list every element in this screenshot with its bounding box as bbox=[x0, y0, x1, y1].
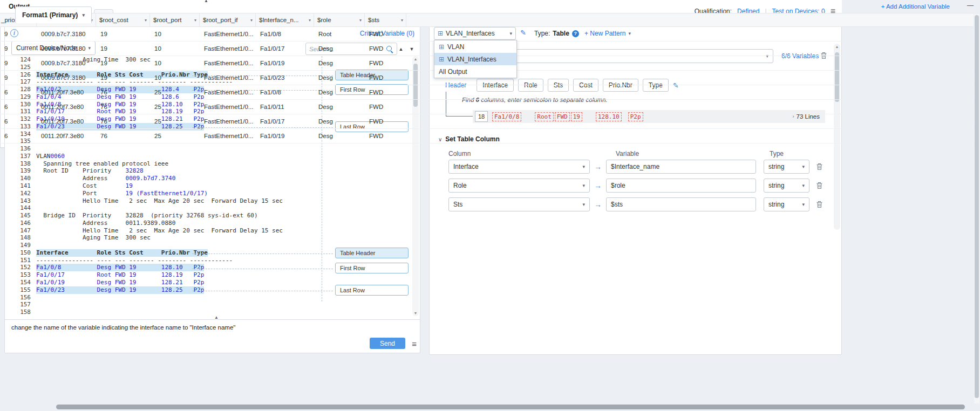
output-cell: FWD bbox=[365, 100, 406, 114]
output-column-header[interactable]: $Interface_n...▾ bbox=[256, 13, 314, 26]
output-cell: Desg bbox=[314, 114, 365, 128]
output-cell: Fa1/0/19 bbox=[256, 129, 314, 143]
output-cell: 0011.20f7.3e80 bbox=[37, 100, 96, 114]
output-cell: 19 bbox=[96, 71, 150, 85]
output-cell: FastEthernet1/0... bbox=[200, 56, 256, 70]
output-cell: FWD bbox=[365, 114, 406, 128]
output-cell: FWD bbox=[365, 42, 406, 56]
output-cell: 0011.20f7.3e80 bbox=[37, 114, 96, 128]
output-cell: Fa1/0/17 bbox=[256, 42, 314, 56]
output-cell: 76 bbox=[96, 129, 150, 143]
output-cell: Root bbox=[314, 27, 365, 41]
chevron-down-icon: ▾ bbox=[82, 12, 85, 18]
output-cell: Desg bbox=[314, 100, 365, 114]
output-cell: 25 bbox=[150, 129, 200, 143]
output-cell: Fa1/0/23 bbox=[256, 71, 314, 85]
output-cell: Desg bbox=[314, 42, 365, 56]
menu-item-vlan[interactable]: ⊞VLAN bbox=[434, 40, 516, 53]
output-cell: Fa1/0/11 bbox=[256, 100, 314, 114]
output-cell: 76 bbox=[96, 85, 150, 99]
output-cell: Desg bbox=[314, 129, 365, 143]
output-cell: 25 bbox=[150, 114, 200, 128]
output-cell: 0009.b7c7.3180 bbox=[37, 27, 96, 41]
tab-format1[interactable]: Format1 (Primary) ▾ bbox=[15, 6, 92, 23]
output-cell: 19 bbox=[96, 42, 150, 56]
output-rows: 90009.b7c7.31801910FastEthernet1/0...Fa1… bbox=[0, 27, 974, 411]
output-column-header[interactable]: $root_cost▾ bbox=[96, 13, 150, 26]
output-cell: 19 bbox=[96, 27, 150, 41]
output-cell: 19 bbox=[96, 56, 150, 70]
minimize-output-icon[interactable]: — bbox=[967, 2, 974, 9]
output-column-header[interactable]: $role▾ bbox=[314, 13, 365, 26]
output-cell: 9 bbox=[0, 56, 37, 70]
table-icon: ⊞ bbox=[439, 56, 444, 63]
output-cell: 0009.b7c7.3180 bbox=[37, 56, 96, 70]
output-row: 60011.20f7.3e807625FastEthernet1/0...Fa1… bbox=[0, 129, 974, 143]
output-cell: Desg bbox=[314, 85, 365, 99]
table-icon: ⊞ bbox=[439, 43, 444, 51]
menu-item-vlan_interfaces[interactable]: ⊞VLAN_Interfaces bbox=[434, 53, 516, 65]
output-cell: FWD bbox=[365, 129, 406, 143]
output-column-header[interactable]: $root_port_if▾ bbox=[200, 13, 256, 26]
output-cell: FastEthernet1/0... bbox=[200, 100, 256, 114]
output-cell: FWD bbox=[365, 71, 406, 85]
output-cell: FWD bbox=[365, 27, 406, 41]
output-cell: 9 bbox=[0, 27, 37, 41]
output-cell: FastEthernet1/0... bbox=[200, 42, 256, 56]
output-cell: 25 bbox=[150, 85, 200, 99]
menu-item-all-output[interactable]: All Output bbox=[434, 65, 516, 78]
output-column-header[interactable]: $root_port▾ bbox=[150, 13, 200, 26]
output-cell: FWD bbox=[365, 56, 406, 70]
output-row: 60011.20f7.3e807625FastEthernet1/0...Fa1… bbox=[0, 114, 974, 129]
output-cell: Fa1/0/8 bbox=[256, 27, 314, 41]
output-cell: FastEthernet1/0... bbox=[200, 71, 256, 85]
chevron-down-icon: ▾ bbox=[307, 18, 311, 23]
chevron-down-icon: ▾ bbox=[399, 18, 403, 23]
output-hscrollbar bbox=[2, 405, 969, 410]
output-cell: 10 bbox=[150, 71, 200, 85]
output-cell: Fa1/0/17 bbox=[256, 114, 314, 128]
output-cell: 76 bbox=[96, 100, 150, 114]
output-cell: 0009.b7c7.3180 bbox=[37, 42, 96, 56]
vscrollbar-thumb[interactable] bbox=[975, 15, 979, 398]
output-cell: FastEthernet1/0... bbox=[200, 27, 256, 41]
output-cell: 25 bbox=[150, 100, 200, 114]
output-cell: Desg bbox=[314, 56, 365, 70]
chevron-down-icon: ▾ bbox=[358, 18, 362, 23]
pattern-menu: ⊞VLAN⊞VLAN_InterfacesAll Output bbox=[434, 40, 517, 78]
output-cell: 0011.20f7.3e80 bbox=[37, 85, 96, 99]
output-cell: Fa1/0/8 bbox=[256, 85, 314, 99]
output-cell: FastEthernet1/0... bbox=[200, 114, 256, 128]
output-cell: Desg bbox=[314, 71, 365, 85]
output-cell: 10 bbox=[150, 56, 200, 70]
output-header-row: _priority▾$root_address▾$root_cost▾$root… bbox=[0, 13, 974, 27]
output-column-header[interactable]: $sts▾ bbox=[365, 13, 406, 26]
hscrollbar-thumb[interactable] bbox=[56, 405, 965, 409]
output-cell: Fa1/0/19 bbox=[256, 56, 314, 70]
output-cell: 10 bbox=[150, 42, 200, 56]
output-cell: 0011.20f7.3e80 bbox=[37, 129, 96, 143]
output-cell: 6 bbox=[0, 129, 37, 143]
output-cell: 6 bbox=[0, 114, 37, 128]
output-cell: FWD bbox=[365, 85, 406, 99]
add-additional-variable-link[interactable]: + Add Additional Variable bbox=[881, 3, 950, 10]
output-cell: 0009.b7c7.3180 bbox=[37, 71, 96, 85]
chevron-down-icon: ▾ bbox=[249, 18, 253, 23]
output-cell: 9 bbox=[0, 42, 37, 56]
chevron-down-icon: ▾ bbox=[193, 18, 196, 23]
output-cell: 76 bbox=[96, 114, 150, 128]
output-row: 90009.b7c7.31801910FastEthernet1/0...Fa1… bbox=[0, 27, 974, 42]
output-cell: FastEthernet1/0... bbox=[200, 85, 256, 99]
output-cell: 10 bbox=[150, 27, 200, 41]
output-row: 60011.20f7.3e807625FastEthernet1/0...Fa1… bbox=[0, 85, 974, 100]
output-expand-handle[interactable]: ▲ bbox=[204, 0, 208, 3]
chevron-down-icon: ▾ bbox=[143, 18, 147, 23]
output-cell: FastEthernet1/0... bbox=[200, 129, 256, 143]
output-vscrollbar bbox=[974, 14, 979, 403]
output-cell: 9 bbox=[0, 71, 37, 85]
tab-label: Format1 (Primary) bbox=[22, 11, 78, 19]
output-row: 60011.20f7.3e807625FastEthernet1/0...Fa1… bbox=[0, 100, 974, 114]
output-cell: 6 bbox=[0, 85, 37, 99]
output-cell: 6 bbox=[0, 100, 37, 114]
